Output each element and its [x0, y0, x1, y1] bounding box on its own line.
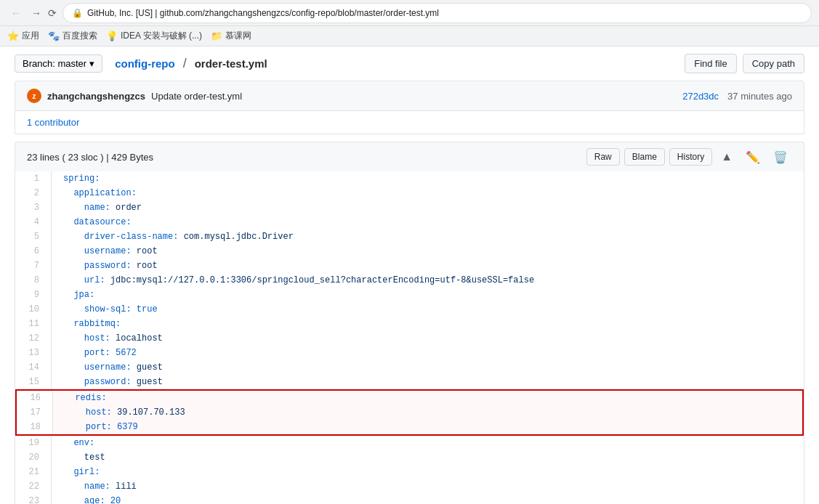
table-row: 7 password: root	[15, 259, 804, 273]
idea-icon: 💡	[106, 31, 118, 41]
line-number: 12	[15, 331, 52, 346]
bookmark-mooc-label: 慕课网	[225, 30, 251, 42]
table-row: 14 username: guest	[15, 360, 804, 375]
line-number: 13	[15, 346, 52, 360]
back-button[interactable]: ←	[7, 4, 25, 22]
raw-button[interactable]: Raw	[586, 148, 620, 166]
url-text: GitHub, Inc. [US] | github.com/zhangchan…	[87, 8, 439, 18]
line-number: 9	[15, 288, 52, 302]
commit-user[interactable]: zhangchangshengzcs	[47, 91, 145, 102]
line-code: girl:	[52, 465, 804, 479]
file-sloc: 23 sloc	[68, 152, 97, 163]
table-row: 12 host: localhost	[15, 331, 804, 346]
line-number: 2	[15, 186, 52, 200]
file-meta-paren-close: )	[100, 152, 103, 163]
contributor-row: 1 contributor	[15, 111, 804, 134]
table-row: 6 username: root	[15, 244, 804, 259]
table-row: 20 test	[15, 450, 804, 465]
delete-icon-button[interactable]: 🗑️	[769, 149, 792, 166]
commit-left: z zhangchangshengzcs Update order-test.y…	[27, 89, 242, 103]
table-row: 5 driver-class-name: com.mysql.jdbc.Driv…	[15, 229, 804, 244]
line-code: datasource:	[52, 215, 804, 229]
copy-path-button[interactable]: Copy path	[743, 54, 804, 73]
line-number: 14	[15, 360, 52, 375]
table-row: 10 show-sql: true	[15, 302, 804, 317]
avatar: z	[27, 89, 41, 103]
bookmark-baidu[interactable]: 🐾 百度搜索	[48, 30, 97, 42]
table-row: 13 port: 5672	[15, 346, 804, 360]
table-row: 3 name: order	[15, 200, 804, 215]
line-code: spring:	[52, 171, 804, 186]
line-code: host: 39.107.70.133	[53, 405, 802, 420]
apps-icon: ⭐	[7, 31, 19, 41]
history-button[interactable]: History	[669, 148, 712, 166]
address-bar[interactable]: 🔒 GitHub, Inc. [US] | github.com/zhangch…	[62, 3, 812, 23]
file-header-row: Branch: master ▾ config-repo / order-tes…	[15, 54, 804, 73]
bookmark-idea[interactable]: 💡 IDEA 安装与破解 (...)	[106, 30, 202, 42]
file-meta: 23 lines ( 23 sloc ) | 429 Bytes	[27, 152, 153, 163]
line-code: redis:	[53, 391, 802, 405]
github-content: Branch: master ▾ config-repo / order-tes…	[0, 46, 819, 504]
table-row: 21 girl:	[15, 465, 804, 479]
table-row: 17 host: 39.107.70.133	[17, 405, 802, 420]
bookmark-apps[interactable]: ⭐ 应用	[7, 30, 39, 42]
find-file-button[interactable]: Find file	[685, 54, 737, 73]
line-number: 11	[15, 317, 52, 331]
file-actions: Raw Blame History ▲ ✏️ 🗑️	[586, 148, 792, 166]
branch-dropdown-icon: ▾	[89, 58, 94, 69]
line-number: 6	[15, 244, 52, 259]
line-number: 4	[15, 215, 52, 229]
refresh-button[interactable]: ⟳	[48, 4, 57, 22]
contributor-link[interactable]: 1 contributor	[27, 117, 79, 128]
table-row: 15 password: guest	[15, 375, 804, 389]
line-code: env:	[52, 436, 804, 450]
file-lines: 23 lines	[27, 152, 60, 163]
line-number: 19	[15, 436, 52, 450]
file-toolbar: 23 lines ( 23 sloc ) | 429 Bytes Raw Bla…	[15, 142, 804, 171]
line-code: rabbitmq:	[52, 317, 804, 331]
line-code: jpa:	[52, 288, 804, 302]
branch-button[interactable]: Branch: master ▾	[15, 54, 102, 73]
line-code: name: order	[52, 200, 804, 215]
bookmarks-bar: ⭐ 应用 🐾 百度搜索 💡 IDEA 安装与破解 (...) 📁 慕课网	[0, 26, 819, 46]
line-code: host: localhost	[52, 331, 804, 346]
table-row: 18 port: 6379	[17, 420, 802, 434]
line-code: username: guest	[52, 360, 804, 375]
table-row: 9 jpa:	[15, 288, 804, 302]
table-row: 11 rabbitmq:	[15, 317, 804, 331]
commit-right: 272d3dc 37 minutes ago	[682, 91, 792, 102]
commit-info: z zhangchangshengzcs Update order-test.y…	[15, 81, 804, 111]
line-code: test	[52, 450, 804, 465]
baidu-icon: 🐾	[48, 31, 60, 41]
line-number: 1	[15, 171, 52, 186]
lock-icon: 🔒	[72, 8, 83, 18]
line-number: 17	[17, 405, 53, 420]
table-row: 19 env:	[15, 436, 804, 450]
line-code: name: lili	[52, 479, 804, 494]
file-size: 429 Bytes	[111, 152, 153, 163]
line-number: 7	[15, 259, 52, 273]
line-code: password: guest	[52, 375, 804, 389]
line-code: port: 5672	[52, 346, 804, 360]
table-row: 2 application:	[15, 186, 804, 200]
line-code: show-sql: true	[52, 302, 804, 317]
file-meta-paren-open: (	[62, 152, 65, 163]
display-icon-button[interactable]: ▲	[717, 149, 737, 165]
commit-time: 37 minutes ago	[727, 91, 792, 102]
blame-button[interactable]: Blame	[624, 148, 665, 166]
line-number: 10	[15, 302, 52, 317]
commit-hash[interactable]: 272d3dc	[682, 91, 719, 102]
forward-button[interactable]: →	[28, 4, 45, 22]
line-number: 21	[15, 465, 52, 479]
line-number: 16	[17, 391, 53, 405]
line-code: password: root	[52, 259, 804, 273]
line-number: 5	[15, 229, 52, 244]
contributor-count: 1	[27, 117, 32, 128]
line-code: driver-class-name: com.mysql.jdbc.Driver	[52, 229, 804, 244]
line-code: application:	[52, 186, 804, 200]
edit-icon-button[interactable]: ✏️	[741, 149, 764, 166]
line-code: url: jdbc:mysql://127.0.0.1:3306/springc…	[52, 273, 804, 288]
line-number: 18	[17, 420, 53, 434]
bookmark-mooc[interactable]: 📁 慕课网	[211, 30, 251, 42]
repo-link[interactable]: config-repo	[115, 57, 175, 70]
